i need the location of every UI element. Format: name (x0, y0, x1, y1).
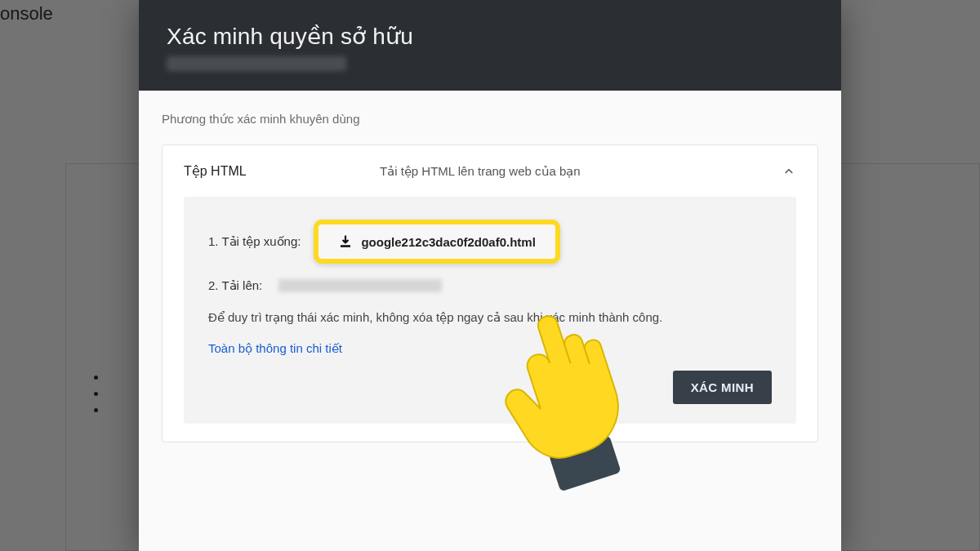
svg-rect-0 (341, 246, 350, 247)
method-body: 1. Tải tệp xuống: google212c3dac0f2d0af0… (184, 197, 796, 424)
step-download-label: 1. Tải tệp xuống: (208, 234, 301, 249)
dialog-property-url-blurred (167, 56, 346, 71)
verification-method-card: Tệp HTML Tải tệp HTML lên trang web của … (162, 144, 818, 442)
dialog-body: Phương thức xác minh khuyên dùng Tệp HTM… (139, 91, 841, 551)
verify-button[interactable]: XÁC MINH (673, 371, 772, 404)
full-details-link[interactable]: Toàn bộ thông tin chi tiết (208, 341, 342, 356)
method-description: Tải tệp HTML lên trang web của bạn (380, 164, 782, 179)
upload-target-url-blurred (278, 279, 442, 292)
verify-ownership-dialog: Xác minh quyền sở hữu Phương thức xác mi… (139, 0, 841, 551)
chevron-up-icon (782, 164, 796, 179)
verify-row: XÁC MINH (208, 371, 772, 404)
step-download: 1. Tải tệp xuống: google212c3dac0f2d0af0… (208, 220, 772, 264)
download-filename: google212c3dac0f2d0af0.html (361, 235, 535, 249)
method-header[interactable]: Tệp HTML Tải tệp HTML lên trang web của … (163, 145, 817, 197)
dialog-title: Xác minh quyền sở hữu (167, 23, 813, 50)
recommended-method-label: Phương thức xác minh khuyên dùng (162, 112, 818, 127)
step-upload-label: 2. Tải lên: (208, 278, 262, 293)
download-file-button[interactable]: google212c3dac0f2d0af0.html (314, 220, 559, 264)
verification-note: Để duy trì trạng thái xác minh, không xó… (208, 308, 772, 327)
dialog-header: Xác minh quyền sở hữu (139, 0, 841, 91)
method-name: Tệp HTML (184, 163, 380, 179)
step-upload: 2. Tải lên: (208, 278, 772, 293)
download-icon (338, 234, 353, 249)
